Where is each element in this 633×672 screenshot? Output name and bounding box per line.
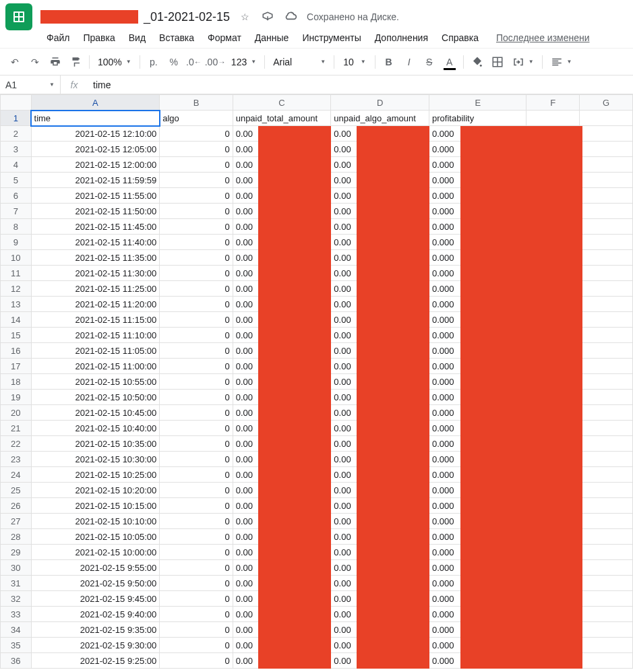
cell[interactable]: 2021-02-15 11:10:00 xyxy=(31,328,160,343)
cell[interactable]: 0.00 xyxy=(233,266,331,281)
cell[interactable]: 0.000 xyxy=(429,204,526,219)
cell[interactable]: 0.00 xyxy=(233,312,331,328)
cell[interactable]: 0.00 xyxy=(331,545,429,560)
cell[interactable] xyxy=(526,328,580,343)
cell[interactable]: 0.00 xyxy=(233,607,331,622)
cell[interactable]: 0.000 xyxy=(429,436,526,452)
cell[interactable] xyxy=(526,576,580,591)
cell[interactable] xyxy=(526,591,580,607)
cell[interactable]: 0.00 xyxy=(331,452,429,467)
cell[interactable]: 0.00 xyxy=(331,622,429,638)
row-header[interactable]: 35 xyxy=(1,638,32,653)
cell[interactable]: 0.00 xyxy=(331,436,429,452)
cell[interactable] xyxy=(526,266,580,281)
cell[interactable]: 0.000 xyxy=(429,219,526,235)
cell[interactable]: 0.000 xyxy=(429,142,526,157)
cell[interactable]: 0 xyxy=(160,126,233,142)
cell[interactable]: 0.00 xyxy=(233,467,331,483)
star-icon[interactable]: ☆ xyxy=(238,10,251,24)
bold-button[interactable]: B xyxy=(380,53,398,71)
cell[interactable]: 0.000 xyxy=(429,374,526,390)
cell[interactable] xyxy=(580,622,633,638)
row-header[interactable]: 36 xyxy=(1,653,32,669)
merge-button[interactable]: ▼ xyxy=(508,53,538,71)
cell[interactable]: 0.000 xyxy=(429,452,526,467)
col-header-F[interactable]: F xyxy=(526,95,580,111)
row-header[interactable]: 34 xyxy=(1,622,32,638)
cell[interactable]: 0.000 xyxy=(429,359,526,374)
cell[interactable]: 0 xyxy=(160,173,233,188)
cell[interactable]: 0 xyxy=(160,312,233,328)
cell[interactable] xyxy=(580,359,633,374)
cell[interactable] xyxy=(526,359,580,374)
cell[interactable] xyxy=(526,111,580,126)
cell[interactable]: 0 xyxy=(160,421,233,436)
row-header[interactable]: 9 xyxy=(1,235,32,250)
row-header[interactable]: 5 xyxy=(1,173,32,188)
cell[interactable]: 0.00 xyxy=(331,467,429,483)
cell[interactable]: 0 xyxy=(160,390,233,405)
cell[interactable]: 0.00 xyxy=(331,219,429,235)
row-header[interactable]: 24 xyxy=(1,467,32,483)
cell[interactable]: 2021-02-15 10:35:00 xyxy=(31,436,160,452)
print-button[interactable] xyxy=(46,53,65,71)
cell[interactable]: 0.00 xyxy=(233,359,331,374)
cell[interactable] xyxy=(580,142,633,157)
row-header[interactable]: 32 xyxy=(1,591,32,607)
row-header[interactable]: 13 xyxy=(1,297,32,312)
undo-button[interactable]: ↶ xyxy=(5,53,24,71)
cell[interactable]: 0.00 xyxy=(331,576,429,591)
cell[interactable] xyxy=(580,498,633,514)
cell[interactable]: unpaid_algo_amount xyxy=(331,111,429,126)
cell[interactable]: 0.00 xyxy=(331,266,429,281)
col-header-D[interactable]: D xyxy=(331,95,429,111)
cell[interactable] xyxy=(580,545,633,560)
row-header[interactable]: 14 xyxy=(1,312,32,328)
cell[interactable]: 0.00 xyxy=(331,328,429,343)
row-header[interactable]: 28 xyxy=(1,529,32,545)
cell[interactable] xyxy=(526,622,580,638)
cell[interactable]: 0.00 xyxy=(331,653,429,669)
cell[interactable]: 0 xyxy=(160,374,233,390)
cell[interactable]: 0.00 xyxy=(331,235,429,250)
cell[interactable] xyxy=(580,467,633,483)
cell[interactable]: 0.00 xyxy=(233,638,331,653)
cell[interactable] xyxy=(526,142,580,157)
cell[interactable]: 0.000 xyxy=(429,498,526,514)
menu-edit[interactable]: Правка xyxy=(77,30,121,44)
cell[interactable]: 2021-02-15 9:55:00 xyxy=(31,560,160,576)
cell[interactable]: 0 xyxy=(160,467,233,483)
borders-button[interactable] xyxy=(488,53,507,71)
row-header[interactable]: 7 xyxy=(1,204,32,219)
col-header-C[interactable]: C xyxy=(233,95,331,111)
row-header[interactable]: 12 xyxy=(1,281,32,297)
cell[interactable] xyxy=(580,452,633,467)
cell[interactable] xyxy=(580,157,633,173)
cell[interactable] xyxy=(580,126,633,142)
cell[interactable] xyxy=(526,235,580,250)
paint-format-button[interactable] xyxy=(66,53,85,71)
cell[interactable]: 0.00 xyxy=(233,204,331,219)
row-header[interactable]: 33 xyxy=(1,607,32,622)
row-header[interactable]: 21 xyxy=(1,421,32,436)
cell[interactable]: 0.00 xyxy=(233,483,331,498)
cell[interactable]: 2021-02-15 11:35:00 xyxy=(31,250,160,266)
cell[interactable]: 0.000 xyxy=(429,266,526,281)
cell[interactable]: 0.00 xyxy=(233,390,331,405)
italic-button[interactable]: I xyxy=(400,53,419,71)
cell[interactable] xyxy=(526,638,580,653)
row-header[interactable]: 8 xyxy=(1,219,32,235)
cell[interactable] xyxy=(580,436,633,452)
font-size-select[interactable]: 10▼ xyxy=(338,53,371,71)
row-header[interactable]: 25 xyxy=(1,483,32,498)
cell[interactable]: 0.000 xyxy=(429,281,526,297)
cell[interactable] xyxy=(580,653,633,669)
cell[interactable]: 2021-02-15 9:45:00 xyxy=(31,591,160,607)
cell[interactable]: 0 xyxy=(160,498,233,514)
cell[interactable]: 0 xyxy=(160,343,233,359)
cell[interactable] xyxy=(526,514,580,529)
cell[interactable]: 2021-02-15 11:00:00 xyxy=(31,359,160,374)
cell[interactable]: 2021-02-15 9:30:00 xyxy=(31,638,160,653)
decrease-decimal-button[interactable]: .0← xyxy=(185,53,204,71)
cell[interactable] xyxy=(526,312,580,328)
